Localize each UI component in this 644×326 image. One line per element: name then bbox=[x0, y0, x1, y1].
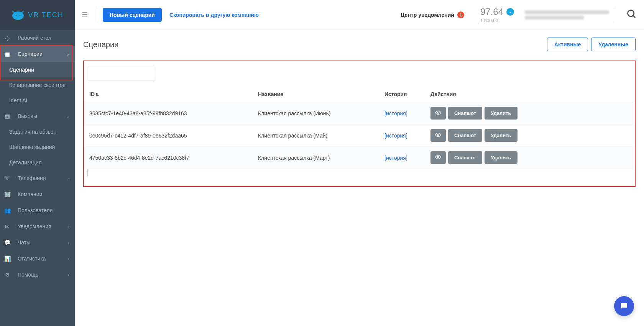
nav-desktop[interactable]: ◌ Рабочий стол bbox=[0, 30, 75, 46]
svg-point-5 bbox=[437, 112, 439, 113]
building-icon: 🏢 bbox=[4, 191, 11, 198]
snapshot-button[interactable]: Снапшот bbox=[448, 107, 482, 120]
history-link[interactable]: [история] bbox=[384, 133, 407, 139]
chart-icon: 📊 bbox=[4, 255, 11, 262]
topbar: ☰ Новый сценарий Скопировать в другую ко… bbox=[75, 0, 644, 30]
view-button[interactable] bbox=[430, 151, 446, 164]
filter-active-button[interactable]: Активные bbox=[547, 38, 588, 51]
chat-bubble-icon bbox=[619, 301, 629, 311]
col-name[interactable]: Название bbox=[254, 87, 381, 102]
cell-id: 8685cfc7-1e40-43a8-a35f-99fb832d9163 bbox=[85, 102, 254, 125]
nav-users[interactable]: 👥 Пользователи bbox=[0, 202, 75, 218]
nav-ident-ai[interactable]: Ident AI bbox=[0, 93, 75, 108]
nav-label: Компании bbox=[18, 191, 42, 197]
nav-chats[interactable]: 💬 Чаты › bbox=[0, 234, 75, 251]
nav-label: Ident AI bbox=[9, 97, 27, 103]
history-link[interactable]: [история] bbox=[384, 110, 407, 116]
col-history[interactable]: История bbox=[381, 87, 427, 102]
snapshot-button[interactable]: Снапшот bbox=[448, 151, 482, 164]
nav-scenarios-sub[interactable]: Сценарии bbox=[0, 62, 75, 77]
nav-calls[interactable]: ▦ Вызовы ⌄ bbox=[0, 108, 75, 124]
nav-detail[interactable]: Детализация bbox=[0, 155, 75, 170]
eye-icon bbox=[435, 110, 441, 115]
cell-name: Клиентская рассылка (Март) bbox=[254, 147, 381, 169]
col-id[interactable]: ID⇅ bbox=[85, 87, 254, 102]
nav-task-templates[interactable]: Шаблоны заданий bbox=[0, 139, 75, 155]
text-cursor bbox=[87, 169, 87, 176]
logo[interactable]: VR TECH bbox=[11, 10, 64, 20]
scenarios-panel: ID⇅ Название История Действия 8685cfc7-1… bbox=[83, 61, 636, 187]
chevron-right-icon: › bbox=[68, 257, 69, 261]
nav-label: Детализация bbox=[9, 159, 41, 165]
view-button[interactable] bbox=[430, 129, 446, 142]
eye-icon bbox=[435, 133, 441, 137]
snapshot-button[interactable]: Снапшот bbox=[448, 129, 482, 142]
cell-name: Клиентская рассылка (Май) bbox=[254, 125, 381, 147]
nav-telephony[interactable]: ☏ Телефония › bbox=[0, 170, 75, 186]
nav-label: Уведомления bbox=[18, 223, 51, 229]
history-link[interactable]: [история] bbox=[384, 155, 407, 161]
copy-to-company-link[interactable]: Скопировать в другую компанию bbox=[169, 12, 259, 18]
chevron-right-icon: › bbox=[68, 224, 69, 229]
chat-fab[interactable] bbox=[614, 296, 634, 316]
balance-sub: 1 000.00 bbox=[480, 18, 514, 23]
chevron-down-icon: ⌄ bbox=[66, 114, 69, 118]
dashboard-icon: ◌ bbox=[4, 34, 11, 41]
nav-label: Чаты bbox=[18, 239, 30, 246]
nav-label: Сценарии bbox=[9, 67, 34, 73]
logo-area: VR TECH bbox=[0, 0, 75, 30]
user-company-redacted bbox=[525, 16, 584, 20]
telephony-icon: ☏ bbox=[4, 175, 11, 182]
balance-expand-icon[interactable]: ⌄ bbox=[506, 8, 514, 16]
svg-point-0 bbox=[13, 12, 23, 20]
col-label: История bbox=[384, 91, 407, 97]
delete-button[interactable]: Удалить bbox=[485, 129, 517, 142]
eye-icon bbox=[435, 155, 441, 159]
divider bbox=[98, 7, 98, 23]
nav-companies[interactable]: 🏢 Компании bbox=[0, 186, 75, 202]
nav-notifications[interactable]: ✉ Уведомления › bbox=[0, 218, 75, 234]
table-row: 4750ac33-8b2c-46d4-8e2d-7ac6210c38f7 Кли… bbox=[85, 147, 633, 169]
bot-icon bbox=[11, 10, 25, 20]
scenarios-icon: ▣ bbox=[4, 51, 11, 57]
nav-stats[interactable]: 📊 Статистика › bbox=[0, 251, 75, 267]
hamburger-icon[interactable]: ☰ bbox=[82, 11, 88, 19]
nav-scenarios[interactable]: ▣ Сценарии ⌄ bbox=[0, 46, 75, 62]
page-title: Сценарии bbox=[83, 40, 118, 49]
balance-amount: 97.64 bbox=[480, 7, 503, 17]
user-name-redacted bbox=[525, 10, 609, 14]
search-icon[interactable] bbox=[626, 9, 637, 21]
calendar-icon: ▦ bbox=[4, 113, 11, 120]
nav-label: Рабочий стол bbox=[18, 35, 51, 41]
svg-point-3 bbox=[628, 10, 634, 16]
search-input[interactable] bbox=[87, 67, 156, 80]
chat-icon: 💬 bbox=[4, 239, 11, 246]
user-info[interactable] bbox=[525, 7, 609, 23]
new-scenario-button[interactable]: Новый сценарий bbox=[103, 8, 162, 22]
cell-id: 4750ac33-8b2c-46d4-8e2d-7ac6210c38f7 bbox=[85, 147, 254, 169]
filter-deleted-button[interactable]: Удаленные bbox=[591, 38, 636, 51]
notification-center[interactable]: Центр уведомлений 1 bbox=[401, 11, 464, 18]
delete-button[interactable]: Удалить bbox=[485, 151, 517, 164]
svg-point-7 bbox=[437, 156, 439, 158]
nav-label: Вызовы bbox=[18, 113, 37, 119]
divider bbox=[614, 7, 614, 23]
nav-copy-scripts[interactable]: Копирование скриптов bbox=[0, 77, 75, 93]
col-actions: Действия bbox=[427, 87, 633, 102]
scenarios-table: ID⇅ Название История Действия 8685cfc7-1… bbox=[85, 87, 633, 169]
chevron-right-icon: › bbox=[68, 241, 69, 245]
nav-label: Помощь bbox=[18, 272, 38, 278]
svg-point-2 bbox=[19, 15, 21, 16]
nav-help[interactable]: ⚙ Помощь › bbox=[0, 267, 75, 283]
nav-label: Статистика bbox=[18, 256, 46, 262]
table-row: 8685cfc7-1e40-43a8-a35f-99fb832d9163 Кли… bbox=[85, 102, 633, 125]
table-row: 0e0c95d7-c412-4df7-af89-0e632f2daa65 Кли… bbox=[85, 125, 633, 147]
svg-rect-8 bbox=[622, 305, 626, 305]
nav-label: Задания на обзвон bbox=[9, 129, 56, 135]
view-button[interactable] bbox=[430, 107, 446, 120]
nav-call-tasks[interactable]: Задания на обзвон bbox=[0, 124, 75, 139]
col-label: Название bbox=[258, 91, 283, 97]
nav-label: Сценарии bbox=[18, 51, 43, 57]
balance-widget[interactable]: 97.64 ⌄ 1 000.00 bbox=[480, 7, 514, 23]
delete-button[interactable]: Удалить bbox=[485, 107, 517, 120]
